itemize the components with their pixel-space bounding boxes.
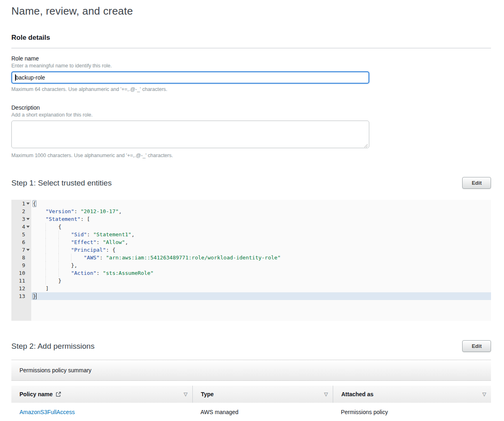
- editor-line-code[interactable]: "AWS": "arn:aws:iam::541263489771:role/w…: [31, 254, 491, 261]
- editor-line-code[interactable]: "Version": "2012-10-17",: [31, 207, 491, 215]
- column-header-attached-as[interactable]: Attached as ▽: [333, 386, 491, 403]
- editor-line-code[interactable]: ]: [31, 285, 491, 292]
- role-details-heading: Role details: [11, 34, 491, 42]
- editor-line: 3 "Statement": [: [11, 215, 491, 223]
- line-number: 4: [11, 223, 31, 231]
- role-name-constraint: Maximum 64 characters. Use alphanumeric …: [11, 86, 491, 92]
- editor-line-code[interactable]: {: [31, 223, 491, 231]
- editor-line: 12 ]: [11, 285, 491, 292]
- editor-line: 4 {: [11, 223, 491, 231]
- external-link-icon: [56, 391, 61, 397]
- line-number: 1: [11, 200, 31, 207]
- filter-icon[interactable]: ▽: [482, 391, 486, 397]
- filter-icon[interactable]: ▽: [324, 391, 328, 397]
- editor-line: 6 "Effect": "Allow",: [11, 238, 491, 246]
- editor-line: 5 "Sid": "Statement1",: [11, 231, 491, 238]
- editor-line: 8 "AWS": "arn:aws:iam::541263489771:role…: [11, 254, 491, 261]
- editor-caret: [36, 293, 37, 299]
- step2-edit-button[interactable]: Edit: [462, 340, 491, 352]
- fold-arrow-icon[interactable]: [26, 249, 30, 251]
- line-number: 10: [11, 269, 31, 277]
- policy-type-cell: AWS managed: [192, 409, 333, 415]
- editor-line: 13}: [11, 292, 491, 300]
- description-hint: Add a short explanation for this role.: [11, 112, 491, 118]
- fold-arrow-icon[interactable]: [26, 203, 30, 205]
- role-name-field: Role name Enter a meaningful name to ide…: [11, 55, 491, 92]
- line-number: 2: [11, 207, 31, 215]
- editor-line-code[interactable]: },: [31, 261, 491, 269]
- editor-line: 1{: [11, 200, 491, 207]
- fold-arrow-icon[interactable]: [26, 218, 30, 220]
- description-field: Description Add a short explanation for …: [11, 104, 491, 158]
- line-number: 5: [11, 231, 31, 238]
- column-header-policy-name[interactable]: Policy name ▽: [11, 386, 192, 403]
- line-number: 12: [11, 285, 31, 292]
- role-name-label: Role name: [11, 55, 491, 62]
- line-number: 9: [11, 261, 31, 269]
- page: Name, review, and create Role details Ro…: [0, 0, 504, 421]
- attached-as-cell: Permissions policy: [333, 409, 491, 415]
- editor-line: 2 "Version": "2012-10-17",: [11, 207, 491, 215]
- line-number: 11: [11, 277, 31, 285]
- editor-line-code[interactable]: {: [31, 200, 491, 207]
- description-constraint: Maximum 1000 characters. Use alphanumeri…: [11, 153, 491, 158]
- step1-heading: Step 1: Select trusted entities: [11, 179, 112, 188]
- step1-edit-button[interactable]: Edit: [462, 177, 491, 189]
- description-textarea[interactable]: [11, 121, 369, 148]
- editor-line-code[interactable]: "Effect": "Allow",: [31, 238, 491, 246]
- role-name-input[interactable]: [11, 71, 369, 84]
- trust-policy-editor[interactable]: 1{2 "Version": "2012-10-17",3 "Statement…: [11, 200, 491, 321]
- line-number: 8: [11, 254, 31, 261]
- editor-line: 9 },: [11, 261, 491, 269]
- editor-line-code[interactable]: }: [31, 292, 491, 300]
- permissions-summary-title: Permissions policy summary: [19, 367, 91, 374]
- text-cursor: [15, 74, 16, 81]
- policy-name-link[interactable]: AmazonS3FullAccess: [19, 409, 75, 415]
- step1-header: Step 1: Select trusted entities Edit: [11, 177, 491, 189]
- line-number: 6: [11, 238, 31, 246]
- policy-editor-lines: 1{2 "Version": "2012-10-17",3 "Statement…: [11, 200, 491, 300]
- editor-line-code[interactable]: "Sid": "Statement1",: [31, 231, 491, 238]
- table-header: Policy name ▽ Type ▽ Attached as ▽: [11, 386, 491, 403]
- permissions-summary-header: Permissions policy summary: [11, 360, 491, 381]
- permissions-policy-table: Policy name ▽ Type ▽ Attached as ▽ Amazo…: [11, 386, 491, 421]
- divider: [11, 48, 491, 48]
- editor-line: 11 }: [11, 277, 491, 285]
- editor-line-code[interactable]: "Principal": {: [31, 246, 491, 254]
- resize-handle-icon[interactable]: [364, 144, 368, 148]
- line-number: 7: [11, 246, 31, 254]
- line-number: 13: [11, 292, 31, 300]
- editor-line: 7 "Principal": {: [11, 246, 491, 254]
- editor-line-code[interactable]: "Action": "sts:AssumeRole": [31, 269, 491, 277]
- column-header-type[interactable]: Type ▽: [192, 386, 333, 403]
- page-title: Name, review, and create: [11, 5, 491, 17]
- step2-header: Step 2: Add permissions Edit: [11, 340, 491, 352]
- step2-heading: Step 2: Add permissions: [11, 342, 95, 351]
- fold-arrow-icon[interactable]: [26, 226, 30, 228]
- editor-line: 10 "Action": "sts:AssumeRole": [11, 269, 491, 277]
- description-label: Description: [11, 104, 491, 111]
- editor-line-code[interactable]: "Statement": [: [31, 215, 491, 223]
- role-name-hint: Enter a meaningful name to identify this…: [11, 63, 491, 69]
- table-row: AmazonS3FullAccess AWS managed Permissio…: [11, 403, 491, 421]
- filter-icon[interactable]: ▽: [184, 391, 187, 397]
- line-number: 3: [11, 215, 31, 223]
- editor-line-code[interactable]: }: [31, 277, 491, 285]
